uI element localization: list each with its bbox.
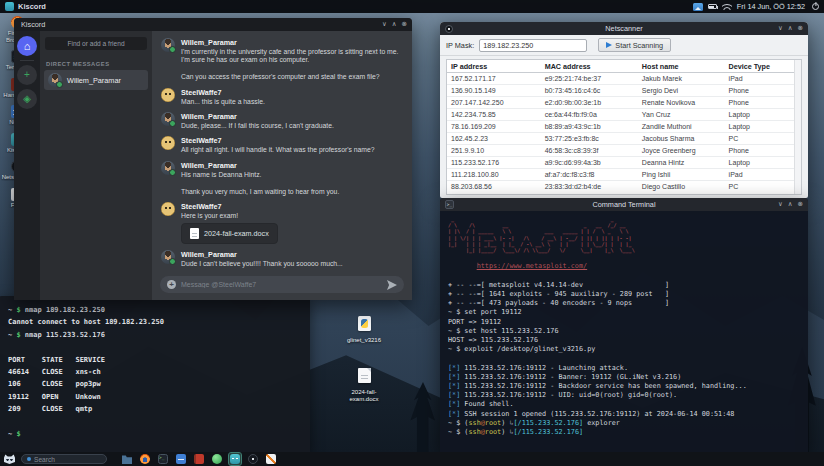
taskbar-icon-handbook[interactable] — [193, 453, 205, 465]
battery-icon[interactable] — [708, 4, 717, 9]
app-icon — [140, 454, 150, 464]
cell-mac-address: b0:73:45:16:c4:6c — [541, 85, 638, 96]
scan-result-row[interactable]: 207.147.142.250 e2:d0:9b:00:3e:1b Renate… — [447, 97, 794, 109]
message-text: Here is your exam! — [181, 212, 403, 220]
message-body: Willem_Paramar Dude I can't believe you!… — [181, 250, 403, 268]
cell-host-name: Jacobus Sharma — [638, 133, 725, 144]
close-button[interactable]: ⊗ — [798, 25, 803, 32]
server-rail: ⌂ + ◈ — [14, 31, 40, 300]
cell-mac-address: e9:25:21:74:be:37 — [541, 73, 638, 84]
power-icon[interactable] — [812, 3, 819, 10]
terminal-line: + -- --=[ metasploit v4.14.14-dev ] — [448, 281, 800, 290]
scan-result-row[interactable]: 78.16.169.209 b8:89:a9:43:9c:1b Zandile … — [447, 121, 794, 133]
search-icon — [27, 457, 31, 461]
app-icon — [158, 454, 168, 464]
message-text: Man... this is quite a hassle. — [181, 98, 403, 106]
app-icon — [248, 454, 258, 464]
cell-host-name: Sergio Devi — [638, 85, 725, 96]
app-launcher-icon[interactable] — [4, 454, 15, 464]
message-list[interactable]: Willem_Paramar I'm currently in the univ… — [152, 31, 412, 273]
terminal-line: Cannot connect to host 189.182.23.250 — [8, 316, 310, 328]
column-header: MAC address — [541, 60, 638, 72]
maximize-button[interactable]: ∧ — [392, 21, 397, 28]
taskbar-icon-firefox[interactable] — [139, 453, 151, 465]
taskbar-icon-notes[interactable] — [175, 453, 187, 465]
message-body: Willem_Paramar Dude, please... If I fail… — [181, 112, 403, 130]
explore-icon[interactable]: ◈ — [17, 89, 37, 109]
taskbar-icon-terminal[interactable] — [157, 453, 169, 465]
cell-device-type: Phone — [725, 85, 794, 96]
cell-mac-address: b8:89:a9:43:9c:1b — [541, 121, 638, 132]
photos-tray-icon[interactable] — [693, 3, 703, 11]
terminal-line: [*] 115.233.52.176:19112 - Backdoor serv… — [448, 382, 800, 391]
search-placeholder: Search — [34, 456, 55, 463]
add-server-button[interactable]: + — [17, 65, 37, 85]
kiscord-titlebar[interactable]: Kiscord ∨ ∧ ⊗ — [14, 18, 412, 31]
terminal-line: ~ $ (ssh@root) ↳[/115.233.52.176] — [448, 428, 800, 437]
scan-result-row[interactable]: 251.9.9.10 46:58:3c:c8:39:3f Joyce Green… — [447, 145, 794, 157]
close-button[interactable]: ⊗ — [798, 201, 803, 208]
cell-device-type: Phone — [725, 145, 794, 156]
home-icon[interactable]: ⌂ — [17, 36, 37, 56]
minimize-button[interactable]: ∨ — [382, 21, 387, 28]
terminal-line: ~ $ exploit /desktop/glinet_v3216.py — [448, 345, 800, 354]
scan-result-row[interactable]: 142.234.75.85 ce:6a:44:fb:f9:0a Yan Cruz… — [447, 109, 794, 121]
app-icon — [122, 454, 132, 464]
terminal-line: PORT => 19112 — [448, 318, 800, 327]
wifi-icon[interactable] — [722, 3, 732, 10]
taskbar-icon-kiscord[interactable] — [229, 453, 241, 465]
terminal-line: [*] Found shell. — [448, 400, 800, 409]
friend-search-input[interactable]: Find or add a friend — [45, 37, 147, 50]
maximize-button[interactable]: ∧ — [788, 25, 793, 32]
table-scrollbar[interactable] — [794, 60, 801, 194]
terminal-line — [448, 272, 800, 281]
taskbar-icon-software-center[interactable] — [211, 453, 223, 465]
attachment-card[interactable]: 2024-fall-exam.docx — [181, 223, 278, 244]
taskbar-icon-file-manager[interactable] — [121, 453, 133, 465]
scan-result-row[interactable]: 167.52.171.17 e9:25:21:74:be:37 Jakub Ma… — [447, 73, 794, 85]
kiscord-body: ⌂ + ◈ Find or add a friend DIRECT MESSAG… — [14, 31, 412, 300]
message-text: His name is Deanna Hintz. Thank you very… — [181, 171, 403, 196]
cell-device-type: Phone — [725, 97, 794, 108]
nmap-terminal-window[interactable]: ~ $ nmap 189.182.23.250Cannot connect to… — [0, 296, 310, 452]
taskbar-icon-netscanner[interactable] — [247, 453, 259, 465]
netscanner-titlebar[interactable]: Netscanner ∨ ∧ ⊗ — [440, 22, 808, 35]
scan-results-table: IP address MAC address Host name Device … — [446, 59, 802, 195]
scan-result-row[interactable]: 115.233.52.176 a9:9c:d6:99:4a:3b Deanna … — [447, 157, 794, 169]
cell-host-name: Diego Castillo — [638, 181, 725, 193]
avatar — [161, 202, 175, 216]
scan-result-row[interactable]: 162.45.2.23 53:77:25:e3:fb:8c Jacobus Sh… — [447, 133, 794, 145]
terminal-lines: https://www.metasploit.com/ + -- --=[ me… — [448, 253, 800, 437]
scan-result-row[interactable]: 136.90.15.149 b0:73:45:16:c4:6c Sergio D… — [447, 85, 794, 97]
terminal-line: ~ $ nmap 115.233.52.176 — [8, 329, 310, 341]
dm-list-item[interactable]: Willem_Paramar — [44, 70, 148, 90]
minimize-button[interactable]: ∨ — [778, 25, 783, 32]
kiscord-window: Kiscord ∨ ∧ ⊗ ⌂ + ◈ Find or add a friend… — [14, 18, 412, 300]
cell-device-type: iPad — [725, 169, 794, 180]
column-header: Device Type — [725, 60, 794, 72]
terminal-titlebar[interactable]: >_ Command Terminal ∨ ∧ ⊗ — [440, 198, 808, 211]
send-icon[interactable] — [387, 280, 397, 290]
start-sc anning-button[interactable]: Start Scanning — [598, 38, 671, 52]
cell-device-type: Laptop — [725, 157, 794, 168]
terminal-line: [*] SSH session 1 opened (115.233.52.176… — [448, 410, 800, 419]
maximize-button[interactable]: ∧ — [788, 201, 793, 208]
attach-plus-icon[interactable]: + — [167, 280, 176, 289]
close-button[interactable]: ⊗ — [402, 21, 407, 28]
message-body: SteelWaffe7 Man... this is quite a hassl… — [181, 88, 403, 106]
app-icon — [266, 454, 276, 464]
app-icon — [230, 454, 240, 464]
minimize-button[interactable]: ∨ — [778, 201, 783, 208]
dm-contact-name: Willem_Paramar — [67, 76, 121, 85]
clock[interactable]: Fri 14 Jun, ÖÖ 12:52 — [737, 2, 805, 11]
scan-result-row[interactable]: 88.203.68.56 23:83:3d:d2:b4:de Diego Cas… — [447, 181, 794, 193]
terminal-output[interactable]: _ _/ \ /\ __ _ __ /_/ __| |\ / | _____ \… — [440, 211, 808, 442]
taskbar-search-input[interactable]: Search — [21, 454, 107, 464]
message-input[interactable]: + Message @SteelWaffe7 — [160, 276, 404, 293]
ip-mask-input[interactable] — [479, 39, 587, 52]
taskbar-icon-text-editor[interactable] — [265, 453, 277, 465]
scan-result-row[interactable]: 111.218.100.80 af:a7:dc:f8:c3:f8 Ping Is… — [447, 169, 794, 181]
desktop-file-exam-docx[interactable]: 2024-fall- exam.docx — [340, 368, 388, 403]
desktop-file-glinet-script[interactable]: glinet_v3216 — [340, 316, 388, 344]
file-icon — [358, 368, 371, 383]
